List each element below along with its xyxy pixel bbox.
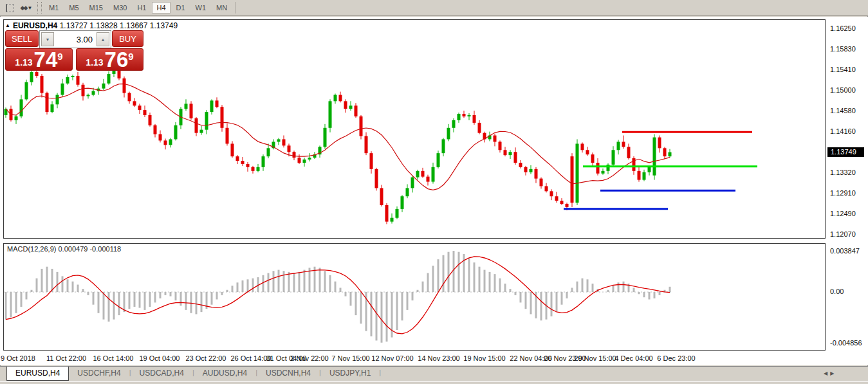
macd-chart — [4, 244, 825, 350]
time-tick-label: 2 Nov 22:00 — [290, 354, 328, 362]
time-tick-label: 14 Nov 23:00 — [418, 354, 459, 362]
macd-tick-label: 0.003847 — [830, 247, 866, 255]
time-tick-label: 4 Dec 04:00 — [614, 354, 652, 362]
timeframe-button-m1[interactable]: M1 — [44, 2, 63, 14]
status-strip — [0, 381, 868, 384]
time-tick-label: 9 Oct 2018 — [1, 354, 35, 362]
timeframe-button-h4[interactable]: H4 — [152, 2, 170, 14]
chart-shift-icon[interactable] — [3, 2, 17, 14]
time-tick-label: 26 Oct 14:00 — [231, 354, 272, 362]
chart-symbol: EURUSD,H4 — [13, 21, 57, 30]
price-tick-label: 1.12910 — [830, 189, 866, 197]
price-tick-label: 1.15000 — [830, 86, 866, 94]
bid-price-prefix: 1.13 — [15, 57, 32, 68]
macd-indicator-label: MACD(12,26,9) 0.000479 -0.000118 — [7, 245, 121, 253]
toolbar: ◆◆ ▼ M1M5M15M30H1H4D1W1MN — [0, 0, 868, 16]
timeframe-button-mn[interactable]: MN — [212, 2, 232, 14]
time-tick-label: 29 Nov 15:00 — [574, 354, 616, 362]
chart-title: ▲EURUSD,H4 1.13727 1.13828 1.13667 1.137… — [5, 21, 178, 30]
ask-price-prefix: 1.13 — [86, 57, 103, 68]
time-tick-label: 19 Nov 15:00 — [463, 354, 505, 362]
macd-tick-label: -0.004856 — [830, 339, 866, 347]
chevron-down-icon: ▼ — [27, 5, 32, 11]
sell-button[interactable]: SELL — [5, 30, 39, 47]
timeframe-button-m30[interactable]: M30 — [109, 2, 131, 14]
tab-audusd-h4[interactable]: AUDUSD,H4 — [194, 367, 255, 380]
ask-price-box[interactable]: 1.13 76 9 — [76, 48, 143, 71]
buy-button[interactable]: BUY — [112, 30, 143, 47]
toolbar-grip[interactable] — [37, 2, 42, 14]
price-tick-label: 1.14160 — [830, 127, 866, 135]
tab-separator: | — [379, 367, 381, 376]
price-tick-label: 1.13320 — [830, 169, 866, 176]
tab-scroll-right-icon[interactable]: ▶ — [830, 370, 836, 376]
ask-price-point: 9 — [128, 51, 133, 62]
timeframe-button-h1[interactable]: H1 — [133, 2, 151, 14]
time-tick-label: 11 Oct 22:00 — [46, 354, 86, 362]
timeframe-button-w1[interactable]: W1 — [191, 2, 211, 14]
timeframe-button-m5[interactable]: M5 — [64, 2, 83, 14]
chart-ohlc-values: 1.13727 1.13828 1.13667 1.13749 — [60, 21, 178, 30]
tab-scroll-left-icon[interactable]: ◀ — [824, 370, 830, 376]
volume-decrease-button[interactable]: ▼ — [41, 32, 54, 46]
tab-usdjpy-h1[interactable]: USDJPY,H1 — [321, 367, 379, 380]
tab-usdcnh-h4[interactable]: USDCNH,H4 — [257, 367, 319, 380]
price-tick-label: 1.15830 — [830, 45, 866, 53]
time-tick-label: 6 Dec 23:00 — [657, 354, 695, 362]
timeframe-button-d1[interactable]: D1 — [172, 2, 190, 14]
expand-triangle-icon[interactable]: ▲ — [5, 23, 10, 28]
volume-increase-button[interactable]: ▲ — [97, 32, 109, 46]
macd-value: 0.000479 — [58, 245, 88, 253]
bid-price-box[interactable]: 1.13 74 9 — [5, 48, 73, 71]
timeframe-button-m15[interactable]: M15 — [85, 2, 107, 14]
time-tick-label: 12 Nov 07:00 — [371, 354, 413, 362]
timeframe-buttons: M1M5M15M30H1H4D1W1MN — [44, 2, 232, 14]
current-price-tag: 1.13749 — [827, 147, 864, 157]
chart-tab-bar: EURUSD,H4USDCHF,H4|USDCAD,H4|AUDUSD,H4|U… — [0, 366, 868, 381]
objects-icon[interactable]: ◆◆ ▼ — [19, 2, 33, 14]
price-tick-label: 1.12490 — [830, 210, 866, 217]
toolbar-separator — [235, 2, 235, 14]
tab-eurusd-h4[interactable]: EURUSD,H4 — [6, 367, 69, 381]
price-tick-label: 1.14580 — [830, 107, 866, 114]
volume-stepper: ▼ 3.00 ▲ — [39, 30, 111, 48]
volume-input[interactable]: 3.00 — [54, 32, 97, 46]
tab-usdchf-h4[interactable]: USDCHF,H4 — [69, 367, 129, 380]
time-tick-label: 16 Oct 14:00 — [93, 354, 134, 362]
time-tick-label: 7 Nov 15:00 — [331, 354, 369, 362]
time-tick-label: 23 Oct 22:00 — [186, 354, 226, 362]
tab-scroll-arrows[interactable]: ◀▶ — [824, 370, 836, 376]
macd-tick-label: 0.00 — [830, 288, 866, 295]
tab-usdcad-h4[interactable]: USDCAD,H4 — [131, 367, 192, 380]
price-tick-label: 1.15410 — [830, 66, 866, 73]
price-tick-label: 1.12070 — [830, 230, 866, 238]
macd-signal-value: -0.000118 — [89, 245, 121, 253]
bid-price-pips: 74 — [34, 50, 58, 69]
price-tick-label: 1.16250 — [830, 24, 866, 32]
ask-price-pips: 76 — [105, 50, 129, 69]
macd-plot[interactable] — [3, 243, 826, 351]
bid-price-point: 9 — [57, 51, 62, 62]
one-click-trading-panel: SELL ▼ 3.00 ▲ BUY 1.13 74 9 1.13 76 9 — [5, 30, 143, 71]
macd-name: MACD(12,26,9) — [7, 245, 56, 253]
diamond-glyphs: ◆◆ — [21, 5, 27, 11]
chart-client-area: ▲EURUSD,H4 1.13727 1.13828 1.13667 1.137… — [0, 17, 868, 365]
time-tick-label: 19 Oct 04:00 — [140, 354, 180, 362]
